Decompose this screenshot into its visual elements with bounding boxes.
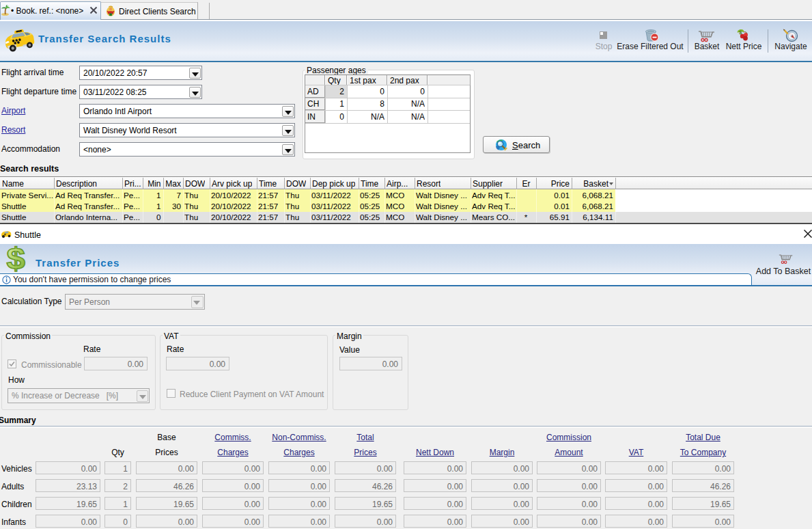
svg-text:$: $ xyxy=(6,245,25,273)
